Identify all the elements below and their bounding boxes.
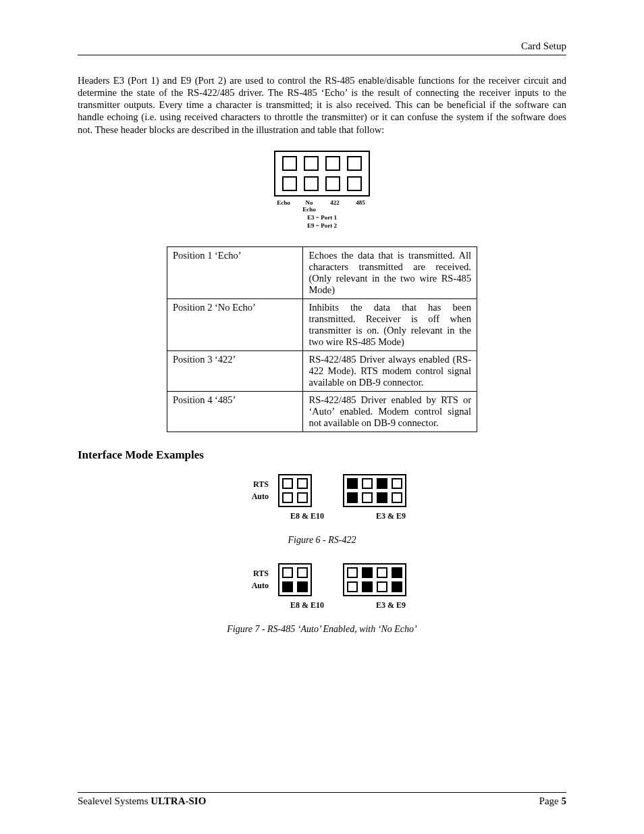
main-jumper-block: Echo No Echo 422 485 E3 = Port 1 E9 = Po…	[78, 151, 566, 229]
jumper-sub2: E9 = Port 2	[307, 222, 337, 229]
figure6-caption: Figure 6 - RS-422	[78, 535, 566, 546]
jumper-e8e10-icon	[278, 563, 312, 596]
position-table: Position 1 ‘Echo’Echoes the data that is…	[167, 246, 477, 432]
jumper-sub1: E3 = Port 1	[307, 214, 337, 221]
section-heading: Interface Mode Examples	[78, 448, 566, 462]
footer: Sealevel Systems ULTRA-SIO Page 5	[78, 792, 566, 807]
table-row: Position 2 ‘No Echo’Inhibits the data th…	[167, 298, 477, 350]
ex-row-labels: RTS Auto	[238, 567, 269, 592]
table-row: Position 1 ‘Echo’Echoes the data that is…	[167, 246, 477, 298]
jumper-col-labels: Echo No Echo 422 485	[275, 199, 369, 213]
table-row: Position 3 ‘422’RS-422/485 Driver always…	[167, 350, 477, 391]
jumper-diagram-icon	[274, 151, 370, 197]
header-section: Card Setup	[78, 41, 566, 52]
figure7-row: RTS Auto	[78, 563, 566, 596]
jumper-e3e9-icon	[343, 474, 406, 507]
table-row: Position 4 ‘485’RS-422/485 Driver enable…	[167, 391, 477, 432]
jumper-e3e9-icon	[343, 563, 406, 596]
ex-row-labels: RTS Auto	[238, 478, 269, 502]
figure6-captions: E8 & E10 E3 & E9	[78, 511, 566, 521]
figure7-captions: E8 & E10 E3 & E9	[78, 600, 566, 610]
footer-right: Page 5	[539, 796, 566, 807]
footer-left: Sealevel Systems ULTRA-SIO	[78, 796, 206, 807]
figure7-caption: Figure 7 - RS-485 ‘Auto’ Enabled, with ‘…	[78, 624, 566, 635]
intro-paragraph: Headers E3 (Port 1) and E9 (Port 2) are …	[78, 74, 566, 136]
figure6-row: RTS Auto	[78, 474, 566, 507]
header-rule	[78, 55, 566, 55]
jumper-e8e10-icon	[278, 474, 312, 507]
